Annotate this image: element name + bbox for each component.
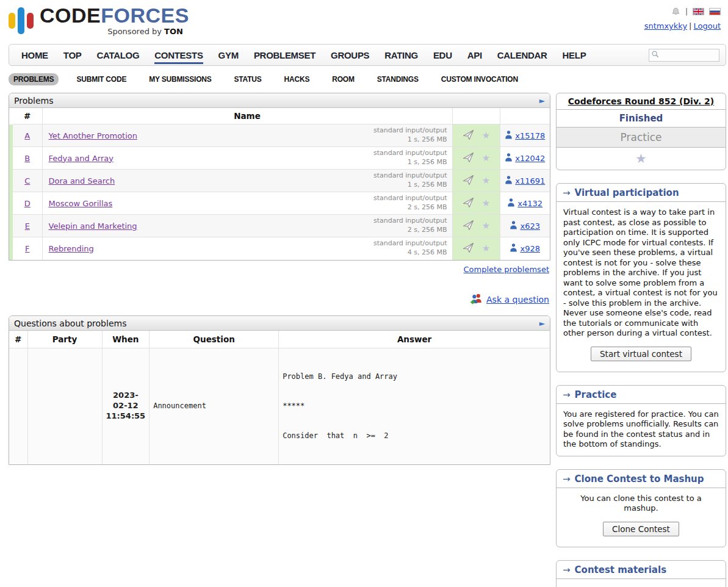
- user-separator: |: [689, 21, 691, 31]
- bell-icon[interactable]: [671, 7, 680, 16]
- favorite-star-icon[interactable]: ★: [482, 154, 490, 163]
- solved-person-icon: [505, 175, 513, 186]
- solved-count-link[interactable]: x928: [520, 244, 540, 253]
- practice-title[interactable]: Practice: [575, 389, 617, 400]
- column-header-index: #: [11, 108, 42, 124]
- problem-letter-link[interactable]: A: [24, 131, 30, 140]
- nav-item-groups[interactable]: GROUPS: [331, 46, 369, 64]
- subnav-item-my-submissions[interactable]: MY SUBMISSIONS: [144, 73, 216, 85]
- subnav-item-status[interactable]: STATUS: [229, 73, 267, 85]
- nav-item-help[interactable]: HELP: [563, 46, 586, 64]
- nav-item-edu[interactable]: EDU: [433, 46, 452, 64]
- table-row: E Velepin and Marketing standard input/o…: [11, 215, 550, 237]
- problem-name-link[interactable]: Rebrending: [49, 244, 94, 253]
- submit-plane-icon[interactable]: [462, 129, 475, 143]
- solved-person-icon: [510, 243, 517, 254]
- problem-letter-link[interactable]: B: [24, 154, 30, 163]
- problem-name-link[interactable]: Velepin and Marketing: [49, 221, 137, 231]
- nav-item-contests[interactable]: CONTESTS: [154, 46, 203, 64]
- virtual-participation-title[interactable]: Virtual participation: [575, 187, 679, 198]
- contest-materials-title[interactable]: Contest materials: [575, 564, 666, 575]
- submit-plane-icon[interactable]: [462, 219, 475, 233]
- contest-materials-header: →Contest materials: [557, 561, 726, 579]
- logo-wordmark: CODEFORCES: [40, 4, 189, 27]
- problem-name-link[interactable]: Moscow Gorillas: [49, 199, 113, 208]
- subnav-item-custom-invocation[interactable]: CUSTOM INVOCATION: [436, 73, 523, 85]
- nav-item-home[interactable]: HOME: [21, 46, 48, 64]
- page: CODEFORCES Sponsored by TON |: [0, 0, 728, 587]
- subnav-item-standings[interactable]: STANDINGS: [372, 73, 423, 85]
- nav-item-top[interactable]: TOP: [63, 46, 82, 64]
- subnav-item-room[interactable]: ROOM: [327, 73, 359, 85]
- table-row: B Fedya and Array standard input/output1…: [11, 147, 550, 170]
- ask-question-link[interactable]: Ask a question: [486, 295, 549, 304]
- solved-count-link[interactable]: x12042: [515, 154, 545, 163]
- logo-bars-icon: [9, 5, 34, 37]
- solved-count-link[interactable]: x4132: [517, 199, 542, 208]
- expand-arrow-icon[interactable]: ►: [539, 320, 545, 327]
- contest-status-box: Codeforces Round 852 (Div. 2) Finished P…: [556, 93, 726, 170]
- search-input[interactable]: [660, 51, 715, 60]
- contest-title-link[interactable]: Codeforces Round 852 (Div. 2): [568, 96, 714, 106]
- favorite-star-icon[interactable]: ★: [482, 176, 490, 185]
- nav-item-catalog[interactable]: CATALOG: [96, 46, 139, 64]
- problem-name-link[interactable]: Fedya and Array: [49, 154, 114, 163]
- favorite-star-icon[interactable]: ★: [482, 131, 490, 140]
- flag-ru-icon[interactable]: [709, 8, 721, 15]
- clone-mashup-title[interactable]: Clone Contest to Mashup: [575, 474, 704, 484]
- virtual-participation-box: →Virtual participation Virtual contest i…: [556, 183, 726, 372]
- question-party-cell: [27, 348, 102, 464]
- submit-plane-icon[interactable]: [462, 174, 475, 188]
- logout-link[interactable]: Logout: [693, 21, 721, 31]
- subnav-item-problems[interactable]: PROBLEMS: [9, 73, 59, 85]
- expand-arrow-icon[interactable]: ►: [539, 97, 545, 104]
- problem-letter-link[interactable]: C: [24, 176, 30, 185]
- nav-item-problemset[interactable]: PROBLEMSET: [254, 46, 315, 64]
- practice-text: You are registered for practice. You can…: [563, 409, 719, 450]
- solved-count-link[interactable]: x11691: [515, 176, 545, 185]
- complete-problemset-row: Complete problemset: [9, 265, 549, 274]
- favorite-star-icon[interactable]: ★: [482, 221, 490, 231]
- questions-caption: Questions about problems ►: [9, 316, 550, 331]
- problems-caption: Problems ►: [9, 93, 550, 108]
- nav-item-gym[interactable]: GYM: [218, 46, 239, 64]
- problem-constraints: standard input/output2 s, 256 MB: [373, 194, 447, 212]
- subnav-item-submit-code[interactable]: SUBMIT CODE: [71, 73, 131, 85]
- solved-count-link[interactable]: x15178: [515, 131, 545, 140]
- nav-item-rating[interactable]: RATING: [384, 46, 418, 64]
- logo-tagline: Sponsored by TON: [40, 27, 189, 35]
- problems-section: Problems ► # Name A: [9, 93, 550, 261]
- nav-item-calendar[interactable]: CALENDAR: [497, 46, 547, 64]
- start-virtual-contest-button[interactable]: Start virtual contest: [591, 347, 691, 361]
- table-row: 2023-02-12 11:54:55 Announcement Problem…: [9, 348, 550, 464]
- favorite-star-icon[interactable]: ★: [482, 199, 490, 208]
- problem-letter-link[interactable]: F: [25, 244, 29, 253]
- submit-plane-icon[interactable]: [462, 151, 475, 165]
- column-header-when: When: [102, 331, 150, 348]
- complete-problemset-link[interactable]: Complete problemset: [464, 265, 549, 274]
- solved-count-link[interactable]: x623: [520, 221, 540, 231]
- problem-letter-link[interactable]: E: [25, 221, 30, 231]
- solved-person-icon: [510, 220, 517, 231]
- username-link[interactable]: sntmxykky: [644, 21, 687, 31]
- problem-letter-link[interactable]: D: [24, 199, 31, 208]
- favorite-star-icon[interactable]: ★: [482, 244, 490, 253]
- favorite-star-icon[interactable]: ★: [635, 151, 647, 166]
- nav-item-api[interactable]: API: [467, 46, 482, 64]
- question-answer-cell: Problem B. Fedya and Array ***** Conside…: [279, 348, 550, 464]
- questions-header-row: # Party When Question Answer: [9, 331, 550, 348]
- practice-header: →Practice: [557, 386, 726, 404]
- submit-plane-icon[interactable]: [462, 242, 475, 256]
- submit-plane-icon[interactable]: [462, 196, 475, 211]
- subnav-item-hacks[interactable]: HACKS: [279, 73, 315, 85]
- problem-name-link[interactable]: Dora and Search: [49, 176, 115, 185]
- search-box: [649, 49, 719, 62]
- clone-contest-button[interactable]: Clone Contest: [603, 522, 679, 536]
- main-nav: HOME TOP CATALOG CONTESTS GYM PROBLEMSET…: [9, 44, 726, 66]
- problem-constraints: standard input/output1 s, 256 MB: [373, 171, 447, 190]
- solved-person-icon: [507, 198, 515, 209]
- problem-name-link[interactable]: Yet Another Promotion: [49, 131, 137, 140]
- codeforces-logo[interactable]: CODEFORCES Sponsored by TON: [9, 5, 189, 37]
- problems-caption-label: Problems: [14, 96, 54, 106]
- flag-en-icon[interactable]: [693, 8, 704, 15]
